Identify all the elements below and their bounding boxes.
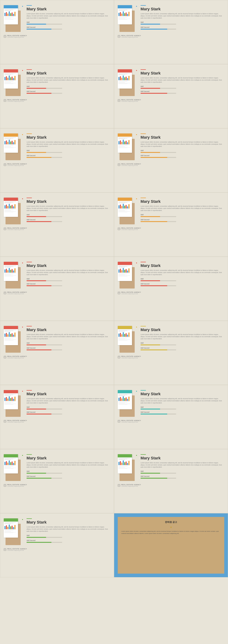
svg-rect-14 [4, 485, 6, 486]
skill-bar-fill [140, 473, 160, 474]
card-content: Mary Stark Lorem ipsum dolor sit amet, c… [140, 5, 222, 30]
agency-icon [118, 35, 120, 38]
agency-icon [4, 228, 6, 230]
agency-sub: consectetur adipiscing elit sed [121, 101, 141, 102]
skill-second-bar [26, 221, 62, 222]
person-name: Mary Stark [26, 263, 108, 268]
ad-title: 판매원 공고 [121, 520, 221, 524]
card-content: Mary Stark Lorem ipsum dolor sit amet, c… [140, 390, 222, 414]
skill-second-label: Skill Second [26, 26, 108, 28]
resume-card: Mary Stark Lorem ipsum dolor sit amet, c… [0, 449, 114, 513]
agency-icon [118, 356, 120, 358]
skill-bar [140, 280, 176, 281]
resume-mockup [118, 198, 137, 224]
svg-rect-4 [4, 164, 6, 165]
skill-label: Skill [26, 22, 108, 23]
skill-second-bar-fill [26, 285, 52, 286]
skill-label: Skill [140, 470, 222, 472]
skill-second-bar [26, 414, 62, 414]
agency-icon [4, 484, 6, 487]
lorem-text: Lorem ipsum dolor sit amet, consectetur … [140, 77, 222, 84]
agency-info: REAL ESTATE AGENCY consectetur adipiscin… [7, 420, 27, 423]
skill-second-label: Skill Second [140, 90, 222, 92]
person-name: Mary Stark [26, 199, 108, 204]
agency-name: REAL ESTATE AGENCY [7, 484, 27, 486]
agency-icon [118, 228, 120, 230]
accent-bar [26, 390, 32, 390]
lorem-text: Lorem ipsum dolor sit amet, consectetur … [26, 141, 108, 148]
card-footer: REAL ESTATE AGENCY consectetur adipiscin… [4, 35, 108, 38]
person-name: Mary Stark [26, 71, 108, 76]
lorem-text: Lorem ipsum dolor sit amet, consectetur … [140, 141, 222, 148]
agency-icon [4, 164, 6, 166]
resume-mockup [118, 454, 137, 481]
card-footer: REAL ESTATE AGENCY consectetur adipiscin… [4, 99, 108, 102]
agency-info: REAL ESTATE AGENCY consectetur adipiscin… [121, 356, 141, 358]
accent-bar [26, 262, 32, 262]
person-name: Mary Stark [140, 392, 222, 396]
skill-second-bar-fill [140, 221, 167, 222]
accent-bar [140, 326, 146, 326]
lorem-text: Lorem ipsum dolor sit amet, consectetur … [140, 398, 222, 404]
agency-info: REAL ESTATE AGENCY consectetur adipiscin… [7, 291, 27, 294]
agency-icon [118, 99, 120, 102]
skill-bar-fill [26, 216, 46, 217]
skill-bar-fill [26, 473, 46, 474]
skill-bar [140, 216, 176, 217]
skill-second-bar-fill [26, 157, 52, 158]
skill-label: Skill [140, 150, 222, 152]
card-footer: REAL ESTATE AGENCY consectetur adipiscin… [4, 420, 108, 423]
skill-second-label: Skill Second [140, 26, 222, 28]
resume-card: Mary Stark Lorem ipsum dolor sit amet, c… [114, 128, 228, 192]
skill-label: Skill [140, 214, 222, 216]
resume-mockup [118, 69, 137, 96]
agency-info: REAL ESTATE AGENCY consectetur adipiscin… [7, 356, 27, 358]
agency-sub: consectetur adipiscing elit sed [7, 550, 27, 551]
agency-info: REAL ESTATE AGENCY consectetur adipiscin… [121, 420, 141, 423]
skill-label: Skill [26, 214, 108, 216]
lorem-text: Lorem ipsum dolor sit amet, consectetur … [26, 398, 108, 404]
skill-second-label: Skill Second [26, 347, 108, 349]
card-content: Mary Stark Lorem ipsum dolor sit amet, c… [26, 262, 108, 286]
resume-card: Mary Stark Lorem ipsum dolor sit amet, c… [114, 256, 228, 321]
skill-bar [26, 216, 62, 217]
resume-card: Mary Stark Lorem ipsum dolor sit amet, c… [114, 64, 228, 128]
skill-bar-fill [26, 280, 46, 281]
accent-bar [140, 262, 146, 262]
skill-bar [140, 344, 176, 345]
lorem-text: Lorem ipsum dolor sit amet, consectetur … [26, 13, 108, 19]
agency-name: REAL ESTATE AGENCY [7, 99, 27, 101]
agency-name: REAL ESTATE AGENCY [121, 420, 141, 422]
person-name: Mary Stark [140, 71, 222, 76]
skill-second-label: Skill Second [26, 219, 108, 220]
skill-label: Skill [140, 406, 222, 408]
resume-card: Mary Stark Lorem ipsum dolor sit amet, c… [114, 321, 228, 385]
agency-info: REAL ESTATE AGENCY consectetur adipiscin… [7, 163, 27, 166]
agency-info: REAL ESTATE AGENCY consectetur adipiscin… [121, 99, 141, 102]
card-footer: REAL ESTATE AGENCY consectetur adipiscin… [4, 227, 108, 230]
card-grid: Mary Stark Lorem ipsum dolor sit amet, c… [0, 0, 228, 577]
card-footer: REAL ESTATE AGENCY consectetur adipiscin… [4, 548, 108, 551]
agency-name: REAL ESTATE AGENCY [7, 227, 27, 229]
skill-second-bar [140, 350, 176, 350]
resume-mockup [4, 518, 23, 545]
skill-second-bar [140, 221, 176, 222]
resume-card: Mary Stark Lorem ipsum dolor sit amet, c… [114, 192, 228, 256]
agency-info: REAL ESTATE AGENCY consectetur adipiscin… [121, 163, 141, 166]
card-content: Mary Stark Lorem ipsum dolor sit amet, c… [26, 134, 108, 158]
card-footer: REAL ESTATE AGENCY consectetur adipiscin… [118, 227, 222, 230]
skill-second-label: Skill Second [26, 155, 108, 156]
card-footer: REAL ESTATE AGENCY consectetur adipiscin… [4, 163, 108, 166]
card-content: Mary Stark Lorem ipsum dolor sit amet, c… [26, 326, 108, 350]
skill-second-bar [26, 542, 62, 543]
card-content: Mary Stark Lorem ipsum dolor sit amet, c… [140, 326, 222, 350]
agency-info: REAL ESTATE AGENCY consectetur adipiscin… [7, 548, 27, 551]
agency-icon [4, 548, 6, 551]
accent-bar [140, 134, 146, 134]
skill-bar [140, 24, 176, 24]
skill-label: Skill [26, 342, 108, 344]
card-footer: REAL ESTATE AGENCY consectetur adipiscin… [4, 291, 108, 294]
svg-rect-13 [118, 421, 120, 422]
skill-bar [26, 280, 62, 281]
skill-second-bar-fill [26, 221, 52, 222]
